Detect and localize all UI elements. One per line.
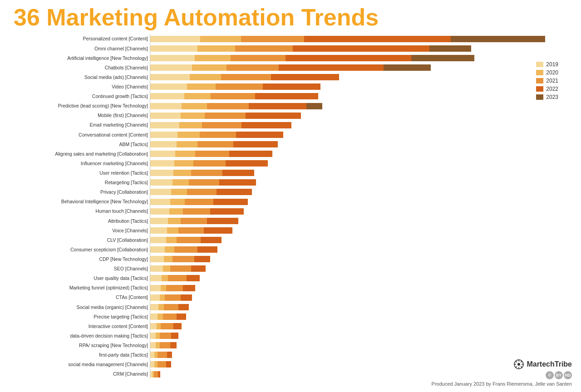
legend-item-2023: 2023 — [536, 94, 558, 100]
svg-line-9 — [516, 366, 517, 368]
bar-segment — [293, 45, 429, 52]
bar-segment — [150, 323, 157, 329]
bar-row — [150, 140, 567, 148]
bar-row — [150, 102, 567, 110]
footer: MartechTribe © BY ND Produced January 20… — [432, 359, 572, 387]
bar-row — [150, 83, 567, 91]
bar-segment — [158, 352, 167, 358]
label-item: SEO [Channels] — [14, 265, 148, 273]
footer-credit: Produced January 2023 by Frans Riemersma… — [432, 381, 572, 387]
bar-segment — [192, 64, 226, 71]
bar-segment — [384, 64, 431, 71]
svg-line-8 — [521, 361, 522, 363]
bar-segment — [306, 103, 322, 109]
bar-segment — [150, 122, 179, 128]
bar-segment — [168, 218, 181, 224]
bar-segment — [150, 237, 166, 243]
bar-segment — [150, 103, 182, 109]
legend-swatch-2020 — [536, 70, 543, 75]
bar-segment — [162, 275, 168, 281]
bar-row — [150, 351, 567, 359]
label-item: User retention [Tactics] — [14, 169, 148, 177]
bar-segment — [429, 45, 471, 52]
bar-segment — [166, 361, 172, 368]
label-item: Omni channel [Channels] — [14, 44, 148, 53]
bar-row — [150, 64, 567, 72]
bar-segment — [167, 352, 172, 358]
label-item: Social media (organic) [Channels] — [14, 303, 148, 311]
bar-segment — [150, 64, 192, 71]
bar-segment — [170, 342, 177, 348]
bar-segment — [150, 208, 169, 215]
bar-segment — [150, 74, 190, 80]
bar-segment — [304, 36, 451, 42]
bar-row — [150, 236, 567, 244]
bar-segment — [150, 342, 156, 348]
bar-segment — [158, 361, 166, 368]
bar-segment — [150, 151, 175, 157]
svg-point-1 — [517, 363, 520, 366]
bar-segment — [177, 237, 201, 243]
bar-segment — [168, 275, 186, 281]
label-item: CDP [New Technology] — [14, 255, 148, 263]
bar-row — [150, 322, 567, 330]
bar-segment — [451, 36, 545, 42]
cc-badge: © BY ND — [546, 371, 572, 379]
bar-row — [150, 73, 567, 81]
bar-row — [150, 207, 567, 216]
bar-segment — [154, 361, 158, 368]
bar-segment — [150, 314, 158, 320]
bar-row — [150, 44, 567, 53]
label-item: CRM [Channels] — [14, 370, 148, 378]
bar-segment — [178, 227, 203, 234]
bar-segment — [150, 304, 158, 310]
bar-segment — [150, 333, 156, 339]
label-item: CTAs [Content] — [14, 294, 148, 302]
bar-segment — [202, 122, 241, 128]
bar-segment — [150, 179, 172, 186]
nd-icon: ND — [564, 371, 572, 379]
bar-segment — [150, 36, 200, 42]
bar-segment — [178, 304, 189, 310]
bar-segment — [411, 55, 474, 61]
legend: 20192020202120222023 — [536, 61, 558, 100]
bar-segment — [165, 246, 174, 253]
bar-segment — [201, 237, 222, 243]
bar-segment — [160, 333, 171, 339]
label-item: social media management [Channels] — [14, 360, 148, 368]
bar-segment — [156, 342, 160, 348]
bar-row — [150, 169, 567, 177]
bar-segment — [154, 371, 158, 377]
label-item: Behavioral Intelligence [New Technology] — [14, 198, 148, 206]
bar-segment — [177, 141, 197, 147]
bar-segment — [158, 371, 160, 377]
label-item: Attribution [Tactics] — [14, 217, 148, 225]
label-item: Consumer scepticism [Collaboration] — [14, 245, 148, 254]
bar-segment — [222, 170, 254, 176]
brand-name: MartechTribe — [527, 360, 572, 368]
legend-swatch-2021 — [536, 78, 543, 83]
bar-segment — [161, 285, 166, 291]
label-item: Artificial intelligence [New Technology] — [14, 54, 148, 62]
bar-segment — [219, 179, 256, 186]
bar-row — [150, 245, 567, 254]
bar-row — [150, 35, 567, 43]
bar-row — [150, 226, 567, 235]
label-item: Mobile (first) [Channels] — [14, 112, 148, 120]
legend-item-2020: 2020 — [536, 69, 558, 76]
bar-segment — [207, 218, 238, 224]
bar-segment — [231, 55, 286, 61]
bar-row — [150, 332, 567, 340]
legend-label-2022: 2022 — [546, 86, 558, 92]
cc-icon: © — [546, 371, 554, 379]
bar-segment — [217, 189, 252, 195]
bar-segment — [154, 352, 158, 358]
label-item: first-party data [Tactics] — [14, 351, 148, 359]
bar-segment — [165, 294, 181, 301]
bar-row — [150, 198, 567, 206]
label-item: Human touch [Channels] — [14, 207, 148, 216]
bar-row — [150, 313, 567, 321]
bar-segment — [177, 314, 186, 320]
legend-item-2019: 2019 — [536, 61, 558, 68]
bar-segment — [171, 333, 178, 339]
